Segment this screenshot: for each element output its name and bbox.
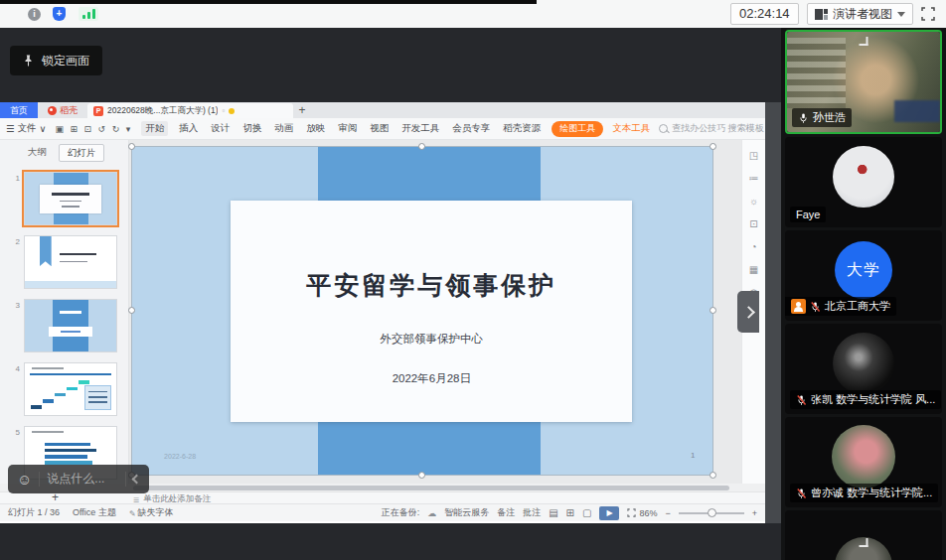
slide-thumbnail[interactable] — [24, 299, 117, 352]
tab-outline[interactable]: 大纲 — [24, 144, 51, 162]
selection-handle[interactable] — [710, 307, 716, 314]
thumbnail-item-3[interactable]: 3 — [8, 299, 124, 352]
mic-muted-icon — [796, 394, 807, 406]
cloud-service-label[interactable]: 智能云服务 — [444, 506, 489, 519]
slide-decoration-band-bottom — [318, 422, 541, 475]
menu-tab-animation[interactable]: 动画 — [272, 121, 295, 136]
avatar — [833, 146, 894, 208]
document-title: 20220628晚...京工商大学) (1) — [107, 105, 218, 117]
new-document-tab-button[interactable]: + — [293, 102, 311, 118]
layout-pane-icon[interactable] — [748, 218, 760, 230]
thumbnail-item-2[interactable]: 2 — [8, 235, 124, 289]
close-tab-icon[interactable]: ▫ — [222, 106, 225, 115]
document-tab[interactable]: P 20220628晚...京工商大学) (1) ▫ — [87, 103, 293, 118]
menu-tab-transition[interactable]: 切换 — [240, 121, 263, 136]
current-slide[interactable]: 平安留学与领事保护 外交部领事保护中心 2022年6月28日 2022-6-28… — [132, 147, 712, 475]
video-tile-partial[interactable] — [785, 510, 942, 560]
zoom-slider-knob[interactable] — [708, 508, 716, 517]
comments-toggle[interactable]: 批注 — [523, 506, 541, 519]
security-shield-icon[interactable]: + — [53, 7, 66, 21]
menu-tab-developer[interactable]: 开发工具 — [399, 121, 441, 136]
slide-thumbnail-selected[interactable] — [24, 172, 117, 225]
chat-input-placeholder[interactable]: 说点什么... — [47, 471, 118, 488]
selection-handle[interactable] — [128, 307, 135, 314]
video-tile-speaker[interactable]: 孙世浩 — [785, 30, 942, 134]
selection-handle[interactable] — [128, 143, 135, 150]
menu-tab-design[interactable]: 设计 — [209, 121, 232, 136]
expand-panel-tab[interactable] — [737, 291, 759, 333]
menu-tab-member[interactable]: 会员专享 — [450, 121, 492, 136]
zoom-out-button[interactable]: − — [665, 508, 670, 518]
fit-zoom-icon — [627, 508, 636, 517]
fullscreen-button[interactable] — [920, 6, 936, 22]
zoom-control[interactable]: 86% — [627, 508, 657, 518]
pin-icon — [23, 54, 34, 68]
draw-tools-tab[interactable]: 绘图工具 — [552, 121, 603, 137]
selection-handle[interactable] — [418, 143, 425, 150]
screen-edge-strip — [0, 0, 537, 4]
cloud-icon — [427, 508, 436, 518]
mic-muted-icon — [796, 488, 807, 499]
selection-handle[interactable] — [418, 472, 425, 479]
ribbon-search[interactable]: 查找办公技巧 搜索模板 — [659, 122, 764, 135]
slideshow-play-button[interactable]: ▶ — [599, 506, 619, 520]
info-icon[interactable]: i — [28, 8, 41, 21]
scrollbar-thumb[interactable] — [133, 486, 729, 490]
avatar-text: 大学 — [847, 260, 880, 281]
chevron-left-icon[interactable] — [132, 475, 142, 485]
slide-sorter-icon[interactable] — [566, 507, 574, 518]
video-tile[interactable]: 曾亦诚 数学与统计学院... — [785, 417, 942, 507]
video-tile[interactable]: 大学 北京工商大学 — [785, 230, 942, 321]
slide-title-card[interactable]: 平安留学与领事保护 外交部领事保护中心 2022年6月28日 — [231, 201, 632, 422]
thumbnail-item-4[interactable]: 4 — [8, 362, 124, 416]
chevron-down-icon — [897, 12, 905, 17]
slide-number: 1 — [8, 172, 20, 225]
slide-canvas: 平安留学与领事保护 外交部领事保护中心 2022年6月28日 2022-6-28… — [129, 140, 741, 484]
wps-home-tab[interactable]: 首页 — [0, 102, 38, 118]
chat-input-overlay[interactable]: ☺ 说点什么... — [8, 465, 149, 493]
menu-tab-view[interactable]: 视图 — [368, 121, 391, 136]
missing-fonts-button[interactable]: 缺失字体 — [129, 506, 174, 519]
collapse-panel-icon[interactable] — [860, 37, 868, 46]
slide-thumbnail[interactable] — [24, 362, 117, 416]
template-pane-icon[interactable] — [748, 264, 760, 276]
video-tile[interactable]: 张凯 数学与统计学院 风... — [785, 324, 942, 414]
menu-tab-docer-res[interactable]: 稻壳资源 — [501, 121, 543, 136]
file-menu[interactable]: ☰ 文件 ∨ — [6, 122, 47, 135]
menu-tab-slideshow[interactable]: 放映 — [304, 121, 327, 136]
text-tools-tab[interactable]: 文本工具 — [612, 122, 650, 135]
slide-thumbnail[interactable] — [24, 235, 117, 289]
scroll-more-icon[interactable] — [860, 538, 868, 547]
properties-icon[interactable] — [748, 150, 760, 162]
participant-name-bar: Faye — [790, 207, 826, 222]
unsaved-dot-icon — [229, 108, 235, 114]
reading-view-icon[interactable] — [582, 507, 591, 518]
network-signal-icon[interactable] — [79, 7, 98, 21]
view-mode-button[interactable]: 演讲者视图 — [807, 3, 913, 25]
design-icon[interactable] — [748, 196, 760, 208]
selection-handle[interactable] — [710, 472, 716, 479]
thumbnail-item-1[interactable]: 1 — [8, 172, 124, 225]
backup-status: 正在备份: — [382, 506, 420, 519]
tab-slides[interactable]: 幻灯片 — [59, 144, 105, 162]
color-scheme-icon[interactable] — [748, 241, 760, 253]
avatar — [832, 425, 895, 489]
zoom-in-button[interactable]: + — [752, 508, 757, 518]
wps-docer-tab[interactable]: 稻壳 — [38, 102, 87, 118]
zoom-slider[interactable] — [679, 512, 744, 514]
theme-name[interactable]: Office 主题 — [73, 506, 116, 519]
animation-pane-icon[interactable] — [748, 173, 760, 185]
lock-view-button[interactable]: 锁定画面 — [10, 46, 102, 75]
notes-toggle[interactable]: 备注 — [497, 506, 515, 519]
selection-handle[interactable] — [710, 143, 716, 150]
lock-view-label: 锁定画面 — [42, 53, 89, 70]
menu-tab-review[interactable]: 审阅 — [336, 121, 359, 136]
menu-tab-insert[interactable]: 插入 — [177, 121, 200, 136]
quick-access-icons[interactable] — [56, 123, 133, 134]
video-tile[interactable]: Faye — [785, 137, 942, 227]
meeting-timer: 02:24:14 — [730, 3, 799, 25]
menu-tab-start[interactable]: 开始 — [141, 121, 168, 136]
normal-view-icon[interactable] — [549, 507, 557, 518]
emoji-icon[interactable]: ☺ — [17, 472, 32, 487]
docer-icon — [48, 106, 57, 115]
